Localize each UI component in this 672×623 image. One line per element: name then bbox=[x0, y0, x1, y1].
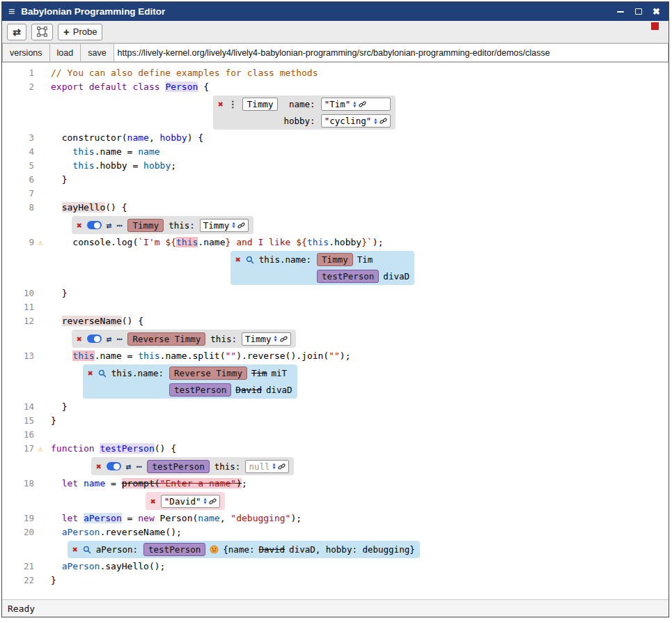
step-down-icon: ▼ bbox=[274, 339, 277, 342]
code-token: let bbox=[62, 513, 78, 523]
example-toggle[interactable] bbox=[87, 221, 102, 229]
example-toggle[interactable] bbox=[107, 462, 121, 470]
delete-widget-button[interactable]: ✖ bbox=[77, 221, 82, 230]
url-input[interactable] bbox=[114, 43, 669, 62]
more-options-icon[interactable]: ⋯ bbox=[117, 221, 123, 230]
example-badge[interactable]: testPerson bbox=[169, 383, 231, 397]
delete-widget-button[interactable]: ✖ bbox=[88, 369, 93, 378]
link-icon[interactable] bbox=[209, 498, 217, 505]
probe-label: this.name: bbox=[111, 368, 164, 378]
this-label: this: bbox=[169, 220, 195, 231]
line-number: 15 bbox=[2, 414, 34, 428]
example-badge[interactable]: Reverse Timmy bbox=[127, 332, 205, 346]
status-text: Ready bbox=[8, 603, 35, 614]
warning-icon[interactable]: ⚠ bbox=[34, 236, 47, 249]
value-box[interactable]: "cycling"▲▼ bbox=[321, 114, 391, 128]
warning-slot bbox=[34, 131, 47, 145]
swap-example-icon[interactable]: ⇄ bbox=[107, 221, 112, 230]
code-token: ); bbox=[290, 513, 302, 523]
code-token: .name = bbox=[95, 146, 139, 157]
maximize-button[interactable] bbox=[632, 6, 644, 17]
stepper-icon[interactable]: ▲▼ bbox=[274, 335, 277, 342]
code-token: "" bbox=[329, 351, 340, 361]
example-definition-widget: ✖⋮Timmyname:"Tim"▲▼hobby:"cycling"▲▼ bbox=[213, 95, 396, 130]
value-text: Timmy bbox=[245, 334, 272, 344]
code-token bbox=[51, 146, 72, 157]
code-token bbox=[51, 478, 62, 489]
value-box[interactable]: Timmy▲▼ bbox=[200, 219, 249, 232]
code-token: this bbox=[307, 237, 329, 247]
line-number: 1 bbox=[2, 66, 34, 80]
delete-widget-button[interactable]: ✖ bbox=[72, 545, 78, 554]
value-box[interactable]: Timmy▲▼ bbox=[242, 332, 291, 346]
example-name-box[interactable]: Timmy bbox=[242, 98, 279, 111]
code-token: , bbox=[149, 132, 160, 143]
delete-widget-button[interactable]: ✖ bbox=[235, 255, 241, 264]
link-icon[interactable] bbox=[280, 335, 288, 343]
code-token bbox=[51, 513, 62, 523]
example-badge[interactable]: testPerson bbox=[143, 543, 205, 556]
code-token: , bbox=[220, 513, 231, 523]
probe-widget: ✖aPerson:testPerson{name:DaviddivaD, hob… bbox=[68, 541, 420, 558]
example-badge[interactable]: testPerson bbox=[147, 460, 209, 473]
line-number: 16 bbox=[2, 428, 34, 442]
replacement-widget: ✖"David"▲▼ bbox=[146, 492, 225, 510]
link-icon[interactable] bbox=[237, 222, 245, 229]
delete-widget-button[interactable]: ✖ bbox=[96, 462, 102, 471]
value-box[interactable]: "David"▲▼ bbox=[161, 495, 221, 508]
warning-slot bbox=[34, 560, 47, 574]
delete-widget-button[interactable]: ✖ bbox=[150, 497, 156, 506]
swap-example-icon[interactable]: ⇄ bbox=[126, 462, 132, 471]
close-button[interactable]: ✖ bbox=[650, 6, 662, 17]
minimize-button[interactable] bbox=[614, 6, 626, 17]
code-token: } bbox=[361, 237, 367, 247]
example-badge[interactable]: Timmy bbox=[317, 253, 353, 266]
more-options-icon[interactable]: ⋯ bbox=[117, 334, 123, 344]
code-token: prompt( bbox=[122, 478, 160, 489]
example-badge[interactable]: testPerson bbox=[317, 270, 379, 283]
swap-example-icon[interactable]: ⇄ bbox=[107, 334, 112, 344]
value-box[interactable]: "Tim"▲▼ bbox=[321, 98, 391, 111]
example-badge[interactable]: Timmy bbox=[127, 219, 164, 232]
code-line: 16 bbox=[2, 428, 669, 442]
example-badge[interactable]: Reverse Timmy bbox=[169, 367, 247, 380]
example-param-label: name: bbox=[289, 99, 315, 109]
delete-widget-button[interactable]: ✖ bbox=[77, 334, 82, 344]
probe-magnifier-icon bbox=[83, 546, 91, 554]
line-number: 17 bbox=[2, 442, 34, 456]
stepper-icon[interactable]: ▲▼ bbox=[273, 463, 276, 470]
hamburger-menu-icon[interactable]: ≡ bbox=[8, 6, 15, 17]
value-box[interactable]: null▲▼ bbox=[245, 460, 289, 473]
select-container-button[interactable] bbox=[31, 24, 53, 40]
code-token-highlighted: Person bbox=[165, 82, 198, 92]
title-bar: ≡ Babylonian Programming Editor ✖ bbox=[2, 2, 669, 21]
code-token: aPerson bbox=[62, 527, 100, 537]
swap-tool-button[interactable]: ⇄ bbox=[7, 24, 26, 40]
load-button[interactable]: load bbox=[49, 43, 81, 62]
stepper-icon[interactable]: ▲▼ bbox=[204, 498, 207, 505]
warning-icon[interactable]: ⚠ bbox=[34, 442, 47, 456]
value-text: "David" bbox=[164, 496, 201, 507]
save-button[interactable]: save bbox=[80, 43, 113, 62]
link-icon[interactable] bbox=[359, 100, 366, 108]
code-editor[interactable]: 1// You can also define examples for cla… bbox=[2, 63, 669, 599]
code-token: and I like bbox=[230, 237, 296, 247]
step-down-icon: ▼ bbox=[204, 501, 207, 505]
example-toggle[interactable] bbox=[87, 334, 102, 343]
more-options-icon[interactable]: ⋯ bbox=[136, 462, 143, 471]
probe-widget: ✖this.name:TimmyTimtestPersondivaD bbox=[230, 251, 414, 285]
close-icon: ✖ bbox=[653, 7, 660, 16]
add-probe-button[interactable]: + Probe bbox=[58, 24, 102, 40]
stepper-icon[interactable]: ▲▼ bbox=[232, 222, 235, 229]
stepper-icon[interactable]: ▲▼ bbox=[353, 101, 356, 108]
code-area: 1// You can also define examples for cla… bbox=[2, 66, 669, 587]
stepper-icon[interactable]: ▲▼ bbox=[374, 118, 377, 125]
delete-widget-button[interactable]: ✖ bbox=[218, 100, 224, 109]
drag-handle-icon[interactable]: ⋮ bbox=[228, 100, 237, 109]
versions-button[interactable]: versions bbox=[2, 43, 49, 62]
example-activation-widget: ✖⇄⋯Reverse Timmythis:Timmy▲▼ bbox=[72, 330, 296, 348]
line-number: 11 bbox=[2, 300, 34, 314]
link-icon[interactable] bbox=[380, 117, 387, 125]
code-token: () { bbox=[105, 202, 127, 213]
link-icon[interactable] bbox=[278, 463, 286, 470]
